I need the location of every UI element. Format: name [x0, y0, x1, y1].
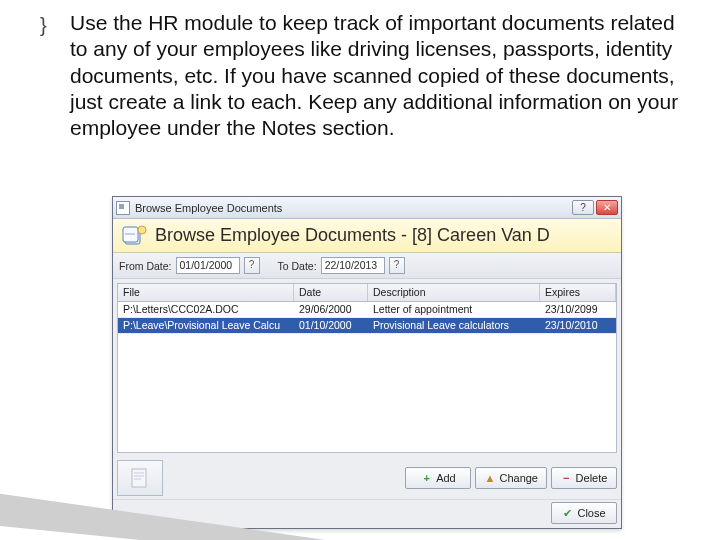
- svg-point-2: [138, 226, 146, 234]
- header-banner: Browse Employee Documents - [8] Careen V…: [113, 219, 621, 253]
- cell-expires: 23/10/2099: [540, 302, 616, 317]
- change-label: Change: [499, 472, 538, 484]
- to-date-label: To Date:: [278, 260, 317, 272]
- slide-paragraph: Use the HR module to keep track of impor…: [70, 10, 682, 141]
- header-title: Browse Employee Documents - [8] Careen V…: [155, 225, 550, 246]
- cell-description: Provisional Leave calculators: [368, 318, 540, 333]
- delete-label: Delete: [576, 472, 608, 484]
- delete-button[interactable]: − Delete: [551, 467, 617, 489]
- table-header: File Date Description Expires: [118, 284, 616, 302]
- close-button[interactable]: ✔ Close: [551, 502, 617, 524]
- cell-file: P:\Leave\Provisional Leave Calcu: [118, 318, 294, 333]
- table-body[interactable]: P:\Letters\CCC02A.DOC 29/06/2000 Letter …: [118, 302, 616, 452]
- cell-description: Letter of appointment: [368, 302, 540, 317]
- table-row[interactable]: P:\Leave\Provisional Leave Calcu 01/10/2…: [118, 318, 616, 334]
- to-date-input[interactable]: 22/10/2013: [321, 257, 385, 274]
- check-icon: ✔: [562, 508, 573, 519]
- to-date-picker-button[interactable]: ?: [389, 257, 405, 274]
- action-bar: + Add ▲ Change − Delete: [113, 457, 621, 499]
- close-bar: ✔ Close: [113, 499, 621, 528]
- cell-date: 01/10/2000: [294, 318, 368, 333]
- window-icon: [116, 201, 130, 215]
- col-expires[interactable]: Expires: [540, 284, 616, 301]
- from-date-input[interactable]: 01/01/2000: [176, 257, 240, 274]
- minus-icon: −: [561, 473, 572, 484]
- close-window-button[interactable]: ✕: [596, 200, 618, 215]
- cell-expires: 23/10/2010: [540, 318, 616, 333]
- help-button[interactable]: ?: [572, 200, 594, 215]
- change-button[interactable]: ▲ Change: [475, 467, 547, 489]
- col-description[interactable]: Description: [368, 284, 540, 301]
- add-label: Add: [436, 472, 456, 484]
- cell-file: P:\Letters\CCC02A.DOC: [118, 302, 294, 317]
- add-button[interactable]: + Add: [405, 467, 471, 489]
- window: Browse Employee Documents ? ✕ Browse Emp…: [112, 196, 622, 529]
- svg-rect-3: [132, 469, 146, 487]
- documents-icon: [121, 223, 147, 249]
- titlebar[interactable]: Browse Employee Documents ? ✕: [113, 197, 621, 219]
- table-row[interactable]: P:\Letters\CCC02A.DOC 29/06/2000 Letter …: [118, 302, 616, 318]
- from-date-label: From Date:: [119, 260, 172, 272]
- filter-bar: From Date: 01/01/2000 ? To Date: 22/10/2…: [113, 253, 621, 279]
- bullet-glyph: }: [40, 14, 47, 37]
- triangle-up-icon: ▲: [484, 473, 495, 484]
- cell-date: 29/06/2000: [294, 302, 368, 317]
- col-file[interactable]: File: [118, 284, 294, 301]
- window-title: Browse Employee Documents: [135, 202, 572, 214]
- plus-icon: +: [421, 473, 432, 484]
- close-label: Close: [577, 507, 605, 519]
- from-date-picker-button[interactable]: ?: [244, 257, 260, 274]
- document-thumbnail[interactable]: [117, 460, 163, 496]
- documents-table: File Date Description Expires P:\Letters…: [117, 283, 617, 453]
- col-date[interactable]: Date: [294, 284, 368, 301]
